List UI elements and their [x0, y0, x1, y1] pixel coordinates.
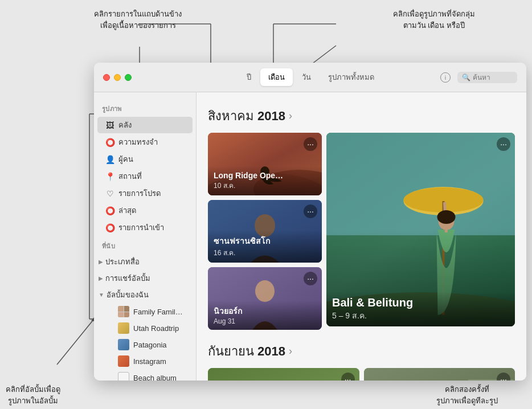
sidebar-album-utah[interactable]: Utah Roadtrip — [110, 320, 193, 336]
search-box[interactable]: 🔍 — [457, 72, 517, 83]
photo-grid-sep: Belitung 11 – 15 ก.ย. ··· — [208, 368, 515, 381]
sidebar-label-utah: Utah Roadtrip — [133, 324, 179, 333]
bali-card-title: Bali & Belitung — [332, 296, 509, 309]
tab-bar: ปี เดือน วัน รูปภาพทั้งหมด — [239, 68, 382, 86]
titlebar-right: i 🔍 — [440, 72, 517, 83]
small-cards-col: Long Ridge Ope… 10 ส.ค. ··· — [208, 133, 322, 330]
sidebar-item-favorites[interactable]: ♡ รายการโปรด — [97, 185, 193, 202]
sidebar-item-recent[interactable]: ⭕ ล่าสุด — [97, 202, 193, 219]
sidebar-section-photos: รูปภาพ — [94, 99, 196, 116]
bali-card-date: 5 – 9 ส.ค. — [332, 309, 509, 322]
imports-icon: ⭕ — [105, 223, 114, 232]
sidebar-label-imports: รายการนำเข้า — [118, 222, 164, 234]
svg-line-8 — [57, 319, 94, 365]
sidebar-album-family[interactable]: Family Family… — [110, 304, 193, 320]
ridge-card-title: Long Ridge Ope… — [214, 171, 316, 180]
minimize-button[interactable] — [114, 74, 121, 81]
ridge-card-overlay: Long Ridge Ope… 10 ส.ค. — [208, 166, 322, 195]
ny-card-date: Aug 31 — [214, 317, 316, 325]
photo-grid-aug: Long Ridge Ope… 10 ส.ค. ··· — [208, 133, 515, 330]
tab-all-photos[interactable]: รูปภาพทั้งหมด — [320, 68, 382, 86]
main-content: สิงหาคม 2018 › — [197, 92, 526, 381]
ny-card-overlay: นิวยอร์ก Aug 31 — [208, 300, 322, 330]
main-window: ปี เดือน วัน รูปภาพทั้งหมด i 🔍 รูปภาพ 🖼 … — [94, 63, 526, 381]
sidebar-item-memories[interactable]: ⭕ ความทรงจำ — [97, 134, 193, 150]
photo-card-sf[interactable]: ซานฟรานซิสโก 16 ส.ค. ··· — [208, 200, 322, 263]
photo-card-bali[interactable]: Bali & Belitung 5 – 9 ส.ค. ··· — [326, 133, 515, 326]
svg-rect-35 — [208, 368, 359, 381]
month-header-sep: กันยายน 2018 › — [208, 341, 515, 361]
sidebar-item-places[interactable]: 📍 สถานที่ — [97, 168, 193, 185]
sidebar-label-patagonia: Patagonia — [133, 341, 167, 349]
photo-card-ridge[interactable]: Long Ridge Ope… 10 ส.ค. ··· — [208, 133, 322, 195]
ny-card-title: นิวยอร์ก — [214, 305, 316, 317]
tab-month[interactable]: เดือน — [260, 68, 293, 86]
chevron-right-icon: ▶ — [99, 259, 103, 265]
library-icon: 🖼 — [105, 121, 114, 130]
ridge-card-date: 10 ส.ค. — [214, 180, 316, 191]
sidebar-label-memories: ความทรงจำ — [118, 136, 158, 148]
tab-day[interactable]: วัน — [294, 68, 319, 86]
sidebar-album-instagram[interactable]: Instagram — [110, 353, 193, 369]
content-area: รูปภาพ 🖼 คลัง ⭕ ความทรงจำ 👤 ผู้คน 📍 สถาน… — [94, 92, 526, 381]
ridge-more-button[interactable]: ··· — [304, 137, 317, 151]
album-thumb-instagram — [118, 355, 129, 367]
chevron-right-icon-2: ▶ — [99, 275, 103, 281]
sidebar-album-beach[interactable]: Beach album — [110, 370, 193, 381]
sidebar-label-library: คลัง — [118, 119, 132, 131]
sidebar-group-media-types[interactable]: ▶ ประเภทสื่อ — [94, 253, 196, 270]
sidebar-group-shared-albums[interactable]: ▶ การแชร์อัลบั้ม — [94, 270, 196, 287]
titlebar: ปี เดือน วัน รูปภาพทั้งหมด i 🔍 — [94, 63, 526, 92]
annotation-bottom-left: คลิกที่อัลบั้มเพื่อดู รูปภาพในอัลบั้ม — [6, 384, 60, 406]
sf-more-button[interactable]: ··· — [304, 204, 317, 218]
annotation-top-right: คลิกเพื่อดูรูปภาพที่จัดกลุ่ม ตามวัน เดือ… — [393, 9, 475, 31]
sidebar-label-people: ผู้คน — [118, 153, 133, 165]
chevron-down-icon: ▼ — [99, 292, 104, 298]
traffic-lights — [103, 74, 132, 81]
sidebar-item-library[interactable]: 🖼 คลัง — [97, 117, 193, 133]
close-button[interactable] — [103, 74, 110, 81]
annotation-top-left: คลิกรายการในแถบด้านข้าง เพื่อดูเนื้อหาขอ… — [94, 9, 182, 31]
tab-year[interactable]: ปี — [239, 68, 259, 86]
people-icon: 👤 — [105, 155, 114, 164]
album-thumb-utah — [118, 322, 129, 334]
info-button[interactable]: i — [440, 72, 451, 83]
month-chevron-aug[interactable]: › — [289, 110, 292, 122]
album-thumb-beach — [118, 372, 129, 381]
annotation-bottom-right: คลิกสองครั้งที่ รูปภาพเพื่อดูทีละรูป — [436, 384, 498, 406]
sidebar-item-people[interactable]: 👤 ผู้คน — [97, 151, 193, 167]
sidebar-label-recent: ล่าสุด — [118, 204, 136, 216]
bali-more-button[interactable]: ··· — [497, 137, 510, 151]
svg-point-25 — [255, 280, 275, 302]
belitung-sep-more-button[interactable]: ··· — [341, 373, 355, 381]
album-thumb-family — [118, 306, 129, 317]
month-year-aug: 2018 — [257, 109, 285, 124]
month-chevron-sep[interactable]: › — [289, 345, 292, 357]
month-title-aug: สิงหาคม — [208, 106, 254, 126]
sidebar-item-imports[interactable]: ⭕ รายการนำเข้า — [97, 219, 193, 236]
photo-card-ny[interactable]: นิวยอร์ก Aug 31 ··· — [208, 267, 322, 330]
album-thumb-patagonia — [118, 339, 129, 350]
svg-rect-37 — [364, 368, 515, 381]
maximize-button[interactable] — [125, 74, 132, 81]
month-header-aug: สิงหาคม 2018 › — [208, 106, 515, 126]
sidebar-label-family: Family Family… — [133, 308, 185, 316]
memories-icon: ⭕ — [105, 138, 114, 147]
ny-more-button[interactable]: ··· — [304, 272, 317, 285]
bali-card-overlay: Bali & Belitung 5 – 9 ส.ค. — [326, 292, 515, 326]
sidebar-label-favorites: รายการโปรด — [118, 187, 161, 199]
sidebar-label-beach: Beach album — [133, 374, 177, 381]
search-input[interactable] — [473, 73, 513, 81]
sidebar-section-media: ที่นับ — [94, 236, 196, 253]
favorites-icon: ♡ — [105, 189, 114, 198]
sidebar-albums-list: Family Family… Utah Roadtrip Patagonia I… — [94, 304, 196, 381]
sidebar-label-places: สถานที่ — [118, 170, 142, 182]
sidebar-group-my-albums[interactable]: ▼ อัลบั้มของฉัน — [94, 287, 196, 303]
sidebar-group-label-my: อัลบั้มของฉัน — [107, 289, 149, 301]
photo-card-moss[interactable]: Moss Beach 30 ก.ย. ··· — [364, 368, 515, 381]
month-title-sep: กันยายน — [208, 341, 254, 361]
sidebar-group-label-media: ประเภทสื่อ — [105, 256, 140, 268]
sidebar-label-instagram: Instagram — [133, 357, 166, 366]
photo-card-belitung-sep[interactable]: Belitung 11 – 15 ก.ย. ··· — [208, 368, 359, 381]
sidebar-album-patagonia[interactable]: Patagonia — [110, 337, 193, 353]
